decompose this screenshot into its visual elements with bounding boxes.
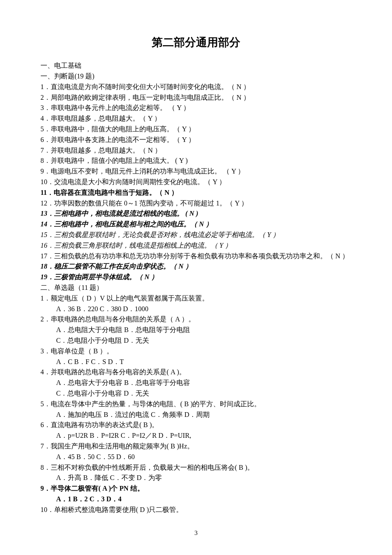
tf-item: 4．串联电阻越多，总电阻越大。（ Y ） [40,113,352,124]
tf-item: 1．直流电流是方向不随时间变化但大小可随时间变化的电流。（ N ） [40,82,352,92]
tf-item: 16．三相负载三角形联结时，线电流是指相线上的电流。（ Y ） [40,240,352,251]
tf-item: 5．串联电路中，阻值大的电阻上的电压高。（ Y ） [40,124,352,135]
tf-item: 3．串联电路中各元件上的电流必定相等。 （ Y ） [40,103,352,113]
tf-item: 7．并联电阻越多，总电阻越大。（ N ） [40,145,352,156]
tf-item: 11．电容器在直流电路中相当于短路。（ N ） [40,188,352,198]
mc-options: A．36 B．220 C．380 D．1000 [40,304,352,315]
true-false-list: 1．直流电流是方向不随时间变化但大小可随时间变化的电流。（ N ）2．局部电路的… [40,82,352,283]
mc-options: A．1 B．2 C．3 D．4 [40,494,352,505]
tf-item: 19．三极管由两层半导体组成。（ N ） [40,272,352,283]
tf-item: 18．稳压二极管不能工作在反向击穿状态。（ N ） [40,261,352,272]
mc-question: 9．半导体二极管有( A )个 PN 结。 [40,483,352,494]
tf-header: 一、判断题(19 题) [40,71,352,82]
mc-question: 3．电容单位是（ B ）。 [40,346,352,357]
tf-item: 15．三相负载星形联结时，无论负载是否对称，线电流必定等于相电流。（ Y ） [40,230,352,240]
tf-item: 12．功率因数的数值只能在 0～1 范围内变动，不可能超过 1。（ Y ） [40,198,352,209]
mc-question: 4．并联电路的总电容与各分电容的关系是( A )。 [40,367,352,378]
mc-options: A．C B．F C．S D．T [40,357,352,367]
document-title: 第二部分通用部分 [40,34,352,51]
mc-options: A．升高 B．降低 C．不变 D．为零 [40,473,352,483]
mc-options: A．p=U2R B．P=I2R C．P=I2／R D．P=UIR, [40,431,352,441]
mc-question: 2．串联电路的总电阻与各分电阻的关系是（ A ）。 [40,314,352,325]
mc-options: C．总电阻小于分电阻 D．无关 [40,335,352,346]
mc-question: 7．我国生产用电和生活用电的额定频率为( B )Hz。 [40,441,352,452]
mc-options: A．45 B．50 C．55 D．60 [40,452,352,462]
multiple-choice-list: 1．额定电压（ D ）V 以上的电气装置都属于高压装置。 A．36 B．220 … [40,293,352,515]
mc-options: A．总电容大于分电容 B．总电容等于分电容 [40,378,352,388]
mc-question: 10．单相桥式整流电路需要使用( D )只二极管。 [40,505,352,515]
mc-question: 1．额定电压（ D ）V 以上的电气装置都属于高压装置。 [40,293,352,304]
mc-header: 二、单选题（11 题） [40,283,352,293]
tf-item: 9．电源电压不变时，电阻元件上消耗的功率与电流成正比。 （ Y ） [40,166,352,177]
tf-item: 17．三相负载的总有功功率和总无功功率分别等于各相负载有功功率和各项负载无功功率… [40,251,352,262]
mc-options: A．总电阻大于分电阻 B．总电阻等于分电阻 [40,325,352,335]
tf-item: 14．三相电路中，相电压就是相与相之间的电压。（ N ） [40,219,352,230]
mc-options: A．施加的电压 B．流过的电流 C．角频率 D．周期 [40,410,352,420]
mc-question: 5．电流在导体中产生的热量，与导体的电阻、( B )的平方、时间成正比。 [40,399,352,410]
mc-options: C．总电容小于分电容 D．无关 [40,388,352,399]
tf-item: 6．并联电路中各支路上的电流不一定相等。（ Y ） [40,135,352,145]
tf-item: 10．交流电流是大小和方向随时间周期性变化的电流。（ Y ） [40,177,352,188]
tf-item: 8．并联电路中，阻值小的电阻上的电流大。 ( Y ) [40,156,352,166]
tf-item: 2．局部电路的欧姆定律表明，电压一定时电流与电阻成正比。（ N ） [40,92,352,103]
section-header: 一、电工基础 [40,61,352,71]
mc-question: 8．三相不对称负载的中性线断开后，负载最大一相的相电压将会( B )。 [40,462,352,473]
mc-question: 6．直流电路有功功率的表达式是( B )。 [40,420,352,431]
page-number: 3 [40,528,352,538]
tf-item: 13．三相电路中，相电流就是流过相线的电流。 ( N ) [40,208,352,219]
